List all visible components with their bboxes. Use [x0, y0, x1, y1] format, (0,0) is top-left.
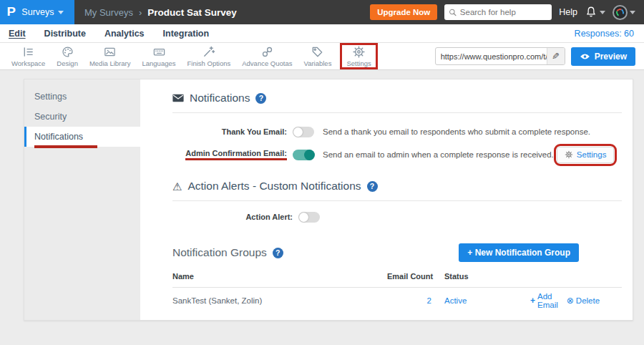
- column-header-status: Status: [444, 272, 530, 281]
- toolbar-label: Design: [57, 59, 78, 67]
- preview-button-label: Preview: [595, 52, 627, 62]
- divider: [172, 287, 622, 288]
- search-input[interactable]: [460, 8, 547, 16]
- breadcrumb-my-surveys[interactable]: My Surveys: [84, 7, 133, 18]
- email-toggle-rows: Thank You Email: Send a thank you email …: [172, 120, 622, 166]
- group-email-count-link[interactable]: 2: [387, 296, 444, 305]
- help-search-box[interactable]: [444, 4, 552, 20]
- action-alert-row: Action Alert:: [172, 205, 622, 228]
- settings-side-nav: Settings Security Notifications: [24, 79, 140, 320]
- help-question-icon[interactable]: [255, 93, 266, 104]
- notification-groups-header: Notification Groups + New Notification G…: [172, 246, 622, 260]
- toggle-knob: [299, 213, 308, 222]
- toolbar-item-finish-options[interactable]: Finish Options: [182, 44, 237, 68]
- divider: [172, 112, 622, 113]
- page-title: Product Sat Survey: [147, 7, 237, 18]
- help-question-icon[interactable]: [273, 248, 283, 258]
- sidebar-item-notifications[interactable]: Notifications: [24, 127, 140, 147]
- notification-groups-table: Name Email Count Status SankTest (Sanket…: [172, 270, 622, 310]
- divider: [172, 200, 622, 201]
- admin-confirmation-email-toggle[interactable]: [293, 150, 314, 160]
- new-notification-group-button[interactable]: + New Notification Group: [459, 243, 579, 262]
- toolbar-item-advance-quotas[interactable]: Advance Quotas: [236, 44, 298, 68]
- chevron-down-icon: [630, 11, 635, 14]
- variables-icon: [311, 45, 324, 59]
- notifications-panel: Notifications Thank You Email: Send a th…: [140, 79, 633, 320]
- top-bar: P Surveys My Surveys › Product Sat Surve…: [0, 0, 644, 24]
- edit-toolbar: Workspace Design Media Library Languages…: [0, 43, 644, 70]
- tab-integration[interactable]: Integration: [163, 29, 210, 39]
- surveys-menu-label: Surveys: [21, 7, 54, 17]
- breadcrumb: My Surveys › Product Sat Survey: [84, 7, 237, 18]
- delete-action[interactable]: Delete: [567, 292, 600, 309]
- tab-edit[interactable]: Edit: [9, 29, 26, 39]
- plus-icon: [530, 296, 535, 306]
- notifications-section-header: Notifications: [172, 91, 622, 105]
- app-logo-block[interactable]: P Surveys: [0, 0, 74, 24]
- sidebar-item-security[interactable]: Security: [24, 107, 140, 127]
- avatar: [613, 5, 628, 20]
- breadcrumb-separator: ›: [139, 7, 142, 18]
- thank-you-email-label: Thank You Email:: [172, 127, 287, 136]
- action-alert-label: Action Alert:: [172, 213, 293, 221]
- group-actions: Add Email Delete: [530, 292, 637, 309]
- edit-url-pencil-icon[interactable]: [547, 48, 565, 64]
- workspace-icon: [21, 45, 35, 59]
- design-icon: [61, 45, 74, 59]
- add-email-label: Add Email: [537, 292, 558, 309]
- gear-icon: [565, 150, 573, 159]
- chevron-down-icon: [58, 11, 64, 14]
- admin-confirmation-email-row: Admin Confirmation Email: Send an email …: [172, 143, 622, 166]
- topbar-right-cluster: Upgrade Now Help: [370, 4, 644, 20]
- action-alert-toggle[interactable]: [298, 212, 320, 223]
- column-header-name: Name: [172, 272, 387, 281]
- upgrade-now-button[interactable]: Upgrade Now: [370, 4, 437, 20]
- toolbar-item-settings[interactable]: Settings: [340, 43, 377, 69]
- toolbar-right-cluster: https://www.questionpro.com/t/ Preview: [435, 47, 635, 66]
- thank-you-email-toggle[interactable]: [293, 127, 314, 137]
- thank-you-email-description: Send a thank you email to respondents wh…: [323, 127, 590, 136]
- questionpro-logo-icon: P: [6, 5, 15, 19]
- admin-email-settings-button[interactable]: Settings: [557, 147, 615, 163]
- toolbar-label: Finish Options: [187, 59, 231, 67]
- toolbar-item-workspace[interactable]: Workspace: [6, 44, 51, 68]
- section-title: Notifications: [190, 92, 250, 105]
- settings-button-label: Settings: [577, 150, 607, 159]
- toolbar-item-variables[interactable]: Variables: [298, 44, 338, 68]
- media-library-icon: [103, 45, 117, 59]
- toolbar-item-languages[interactable]: Languages: [136, 44, 181, 68]
- tab-analytics[interactable]: Analytics: [104, 29, 145, 39]
- group-status-link[interactable]: Active: [444, 296, 530, 305]
- advance-quotas-icon: [260, 45, 274, 59]
- settings-gear-icon: [352, 45, 366, 59]
- circle-x-icon: [567, 296, 574, 306]
- add-email-action[interactable]: Add Email: [530, 292, 558, 309]
- annotation-underline-admin-label: Admin Confirmation Email:: [185, 149, 287, 160]
- toolbar-label: Languages: [142, 59, 175, 67]
- toolbar-item-media-library[interactable]: Media Library: [84, 44, 137, 68]
- survey-nav: Edit Distribute Analytics Integration Re…: [0, 24, 644, 43]
- notifications-bell-menu[interactable]: [585, 6, 605, 19]
- help-link[interactable]: Help: [559, 7, 577, 17]
- settings-card: Settings Security Notifications Notifica…: [24, 79, 633, 321]
- account-menu[interactable]: [613, 5, 635, 20]
- admin-confirmation-email-description: Send an email to admin when a complete r…: [323, 150, 554, 159]
- envelope-icon: [172, 94, 184, 102]
- toolbar-label: Media Library: [89, 59, 131, 67]
- responses-count-link[interactable]: Responses: 60: [575, 29, 634, 39]
- gauge-icon: [615, 7, 625, 17]
- toolbar-item-design[interactable]: Design: [51, 44, 84, 68]
- section-title: Action Alerts - Custom Notifications: [187, 180, 361, 193]
- surveys-menu[interactable]: Surveys: [21, 7, 63, 17]
- table-header-row: Name Email Count Status: [172, 270, 622, 283]
- toggle-knob: [304, 150, 315, 160]
- sidebar-item-settings[interactable]: Settings: [24, 87, 140, 107]
- preview-button[interactable]: Preview: [571, 47, 635, 66]
- tab-distribute[interactable]: Distribute: [44, 29, 86, 39]
- action-alerts-section-header: ⚠ Action Alerts - Custom Notifications: [172, 179, 622, 193]
- delete-label: Delete: [576, 296, 600, 305]
- chevron-down-icon: [600, 11, 605, 14]
- help-question-icon[interactable]: [367, 181, 378, 192]
- survey-url-box: https://www.questionpro.com/t/: [435, 47, 565, 65]
- warning-triangle-icon: ⚠: [172, 181, 182, 192]
